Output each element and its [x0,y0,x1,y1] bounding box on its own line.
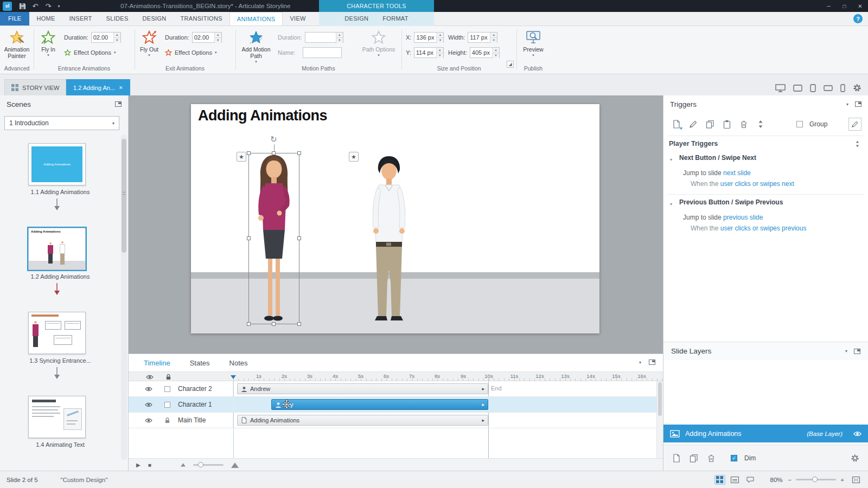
motion-duration-input[interactable] [305,33,336,42]
redo-button[interactable]: ↷ [42,0,55,12]
spin-down-icon[interactable]: ▼ [493,53,499,58]
timeline-track[interactable]: Andrew ▸ End [233,381,656,397]
preview-caret-icon[interactable]: ▾ [532,53,534,57]
scene-dropdown[interactable]: 1 Introduction ▾ [4,116,119,130]
height-input[interactable] [470,48,492,57]
trigger-action-link[interactable]: previous slide [723,214,763,221]
motion-name-input[interactable] [303,48,341,57]
story-view-status-icon[interactable] [714,475,725,485]
save-button[interactable] [16,0,29,12]
zoom-out-button[interactable]: − [788,477,792,483]
duplicate-layer-button[interactable] [687,452,700,465]
timeline-scrollbar-thumb[interactable] [658,382,662,416]
spin-down-icon[interactable]: ▼ [336,38,343,43]
timeline-row-character-1[interactable]: Character 1 Lily ▸ [129,397,663,413]
spin-up-icon[interactable]: ▲ [336,33,343,38]
slide-view-status-icon[interactable] [730,475,741,485]
spin-up-icon[interactable]: ▲ [437,48,443,53]
timeline-bar-main-title[interactable]: Adding Animations ▸ [237,415,488,426]
collapse-panel-caret-icon[interactable]: ▾ [845,349,847,354]
zoom-slider-handle[interactable] [812,477,818,482]
resize-handle-e[interactable] [297,236,301,240]
tab-animations[interactable]: ANIMATIONS [229,12,283,25]
entrance-effect-options-button[interactable]: Effect Options ▾ [64,47,116,58]
lock-column-icon[interactable] [165,374,171,380]
slide-thumbnail-1-2[interactable]: Adding Animations [28,228,86,270]
timeline-row-character-2[interactable]: Character 2 Andrew ▸ End [129,381,663,397]
slide-canvas[interactable]: Adding Animations [129,95,663,354]
spin-down-icon[interactable]: ▼ [114,38,120,43]
timeline-scrollbar[interactable] [656,381,663,459]
slide-thumbnail-1-4[interactable] [28,396,86,438]
preview-phone-landscape-icon[interactable] [824,85,833,91]
lock-checkbox[interactable] [164,402,170,408]
tab-character-format[interactable]: FORMAT [375,12,415,26]
timeline-bar-andrew[interactable]: Andrew ▸ [237,383,488,394]
timeline-row-name[interactable]: Character 1 [178,401,212,408]
entrance-duration-input[interactable] [92,33,113,42]
x-input[interactable] [414,33,436,42]
timeline-track[interactable]: Lily ▸ [233,397,656,413]
show-hide-column-eye-icon[interactable] [146,374,154,380]
layer-properties-gear-icon[interactable] [848,452,861,465]
app-logo-icon[interactable]: sl [3,2,12,11]
timeline-row-name[interactable]: Character 2 [178,385,212,393]
dock-panel-icon[interactable] [115,101,122,107]
fly-in-button[interactable]: Fly In ▾ [36,28,61,68]
rotate-handle-icon[interactable]: ↻ [270,136,277,143]
lock-checkbox[interactable] [164,386,170,392]
visibility-eye-icon[interactable] [145,386,152,392]
spin-down-icon[interactable]: ▼ [437,38,443,43]
base-layer-row[interactable]: Adding Animations (Base Layer) [663,425,868,442]
spin-up-icon[interactable]: ▲ [215,33,221,38]
trigger-wizard-icon[interactable] [848,118,861,131]
new-layer-button[interactable] [670,452,683,465]
player-settings-gear-icon[interactable] [853,84,861,92]
tab-design[interactable]: DESIGN [136,12,174,25]
timeline-zoom-handle[interactable] [198,462,203,467]
add-motion-path-button[interactable]: Add Motion Path ▾ [239,28,273,68]
trigger-action-line[interactable]: Jump to slide next slide [683,169,751,177]
delete-layer-button[interactable] [705,452,718,465]
preview-desktop-icon[interactable] [775,84,786,92]
maximize-button[interactable]: □ [837,0,852,12]
resize-handle-s[interactable] [272,322,276,326]
undo-button[interactable]: ↶ [29,0,42,12]
spin-up-icon[interactable]: ▲ [493,48,499,53]
scenes-scrollbar[interactable] [121,134,127,460]
dock-panel-icon[interactable] [855,101,861,107]
tab-file[interactable]: FILE [0,12,29,25]
zoom-out-timeline-icon[interactable] [181,463,186,467]
spin-up-icon[interactable]: ▲ [437,33,443,38]
dock-panel-icon[interactable] [854,349,860,354]
timeline-row-main-title[interactable]: Main Title Adding Animations ▸ [129,413,663,428]
spin-up-icon[interactable]: ▲ [490,33,497,38]
resize-handle-nw[interactable] [247,151,251,155]
trigger-heading[interactable]: Next Button / Swipe Next [679,154,756,162]
add-motion-path-caret-icon[interactable]: ▾ [255,60,257,64]
tab-insert[interactable]: INSERT [62,12,99,25]
resize-handle-se[interactable] [297,322,301,326]
collapse-panel-caret-icon[interactable]: ▾ [846,102,848,107]
layer-visibility-eye-icon[interactable] [853,431,861,437]
delete-trigger-button[interactable] [737,118,750,131]
character-andrew[interactable] [358,152,420,325]
fly-in-caret-icon[interactable]: ▾ [47,53,49,57]
exit-effect-options-button[interactable]: Effect Options ▾ [165,47,216,58]
exit-duration-input[interactable] [193,33,214,42]
tab-states[interactable]: States [190,359,210,367]
trigger-when-line[interactable]: When the user clicks or swipes next [691,180,794,188]
close-tab-icon[interactable]: ✕ [119,85,123,91]
tab-character-design[interactable]: DESIGN [337,12,375,26]
dock-panel-icon[interactable] [649,359,655,365]
trigger-when-link[interactable]: user clicks or swipes next [720,180,794,188]
spin-down-icon[interactable]: ▼ [490,38,497,43]
collapse-all-triggers-icon[interactable] [851,137,864,150]
spin-down-icon[interactable]: ▼ [437,53,443,58]
paste-trigger-button[interactable] [720,118,733,131]
animation-painter-button[interactable]: Animation Painter [1,28,33,68]
trigger-when-link[interactable]: user clicks or swipes previous [720,224,807,232]
close-button[interactable]: ✕ [852,0,868,12]
zoom-in-timeline-icon[interactable] [231,462,239,468]
spin-up-icon[interactable]: ▲ [114,33,120,38]
